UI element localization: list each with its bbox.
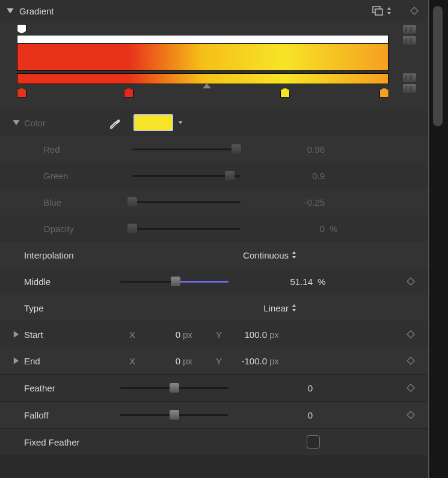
label-y: Y <box>213 329 225 340</box>
label-opacity: Opacity <box>24 224 132 234</box>
disclosure-end[interactable] <box>12 357 20 365</box>
value-interpolation[interactable]: Continuous <box>120 250 291 260</box>
row-interpolation: Interpolation Continuous <box>0 242 428 268</box>
label-middle: Middle <box>24 277 120 287</box>
scrollbar-thumb[interactable] <box>433 6 443 126</box>
disclosure-start[interactable] <box>12 330 20 339</box>
value-green[interactable]: 0.9 <box>253 171 328 181</box>
slider-blue[interactable] <box>132 196 241 208</box>
slider-feather[interactable] <box>120 382 229 394</box>
keyframe-start[interactable] <box>407 330 415 339</box>
disclosure-gradient[interactable] <box>6 7 14 15</box>
color-swatch[interactable] <box>133 114 173 131</box>
eyedropper-icon[interactable] <box>108 116 121 129</box>
keyframe-falloff[interactable] <box>407 411 415 419</box>
label-x: X <box>126 356 138 366</box>
value-red[interactable]: 0.96 <box>253 144 328 155</box>
end-x-unit: px <box>180 356 201 366</box>
label-feather: Feather <box>24 383 120 393</box>
row-start: Start X 0 px Y 100.0 px <box>0 321 428 348</box>
start-x-unit: px <box>180 329 201 340</box>
label-green: Green <box>24 171 132 181</box>
gradient-ramp[interactable] <box>17 73 388 84</box>
row-opacity: Opacity 0 % <box>0 215 428 242</box>
end-x-value[interactable]: 0 <box>138 356 180 366</box>
row-fixed-feather: Fixed Feather <box>0 428 428 455</box>
color-stop-selected[interactable] <box>280 88 290 97</box>
keyframe-end[interactable] <box>407 357 415 365</box>
row-red: Red 0.96 <box>0 136 428 162</box>
svg-marker-7 <box>178 121 182 124</box>
gradient-midpoint[interactable] <box>203 84 211 88</box>
row-middle: Middle 51.14 % <box>0 268 428 295</box>
row-blue: Blue -0.25 <box>0 189 428 215</box>
svg-marker-0 <box>7 8 13 13</box>
svg-marker-18 <box>407 411 414 418</box>
row-green: Green 0.9 <box>0 162 428 189</box>
disclosure-color[interactable] <box>12 118 20 127</box>
opacity-stop[interactable] <box>17 24 26 34</box>
value-opacity[interactable]: 0 <box>253 224 328 234</box>
color-swatch-menu[interactable] <box>177 119 184 126</box>
reverse-color-button[interactable] <box>403 73 416 82</box>
row-color: Color <box>0 109 428 136</box>
slider-green[interactable] <box>132 170 241 182</box>
start-y-unit: px <box>267 329 287 340</box>
section-header-gradient: Gradient <box>0 0 428 22</box>
label-x: X <box>126 329 138 340</box>
color-stop[interactable] <box>379 88 389 97</box>
slider-opacity[interactable] <box>132 222 241 234</box>
value-falloff[interactable]: 0 <box>241 410 316 420</box>
keyframe-gradient[interactable] <box>410 7 419 15</box>
value-blue[interactable]: -0.25 <box>253 197 328 207</box>
svg-marker-4 <box>387 12 391 14</box>
value-type[interactable]: Linear <box>120 303 291 313</box>
start-x-value[interactable]: 0 <box>138 329 180 340</box>
svg-marker-16 <box>407 357 414 364</box>
svg-marker-13 <box>14 331 19 337</box>
slider-red[interactable] <box>132 143 241 155</box>
label-y: Y <box>213 356 225 366</box>
color-stop[interactable] <box>17 88 26 97</box>
svg-marker-17 <box>407 384 414 391</box>
gradient-preset-icon[interactable] <box>372 5 384 16</box>
checkbox-fixed-feather[interactable] <box>307 435 320 449</box>
end-y-value[interactable]: -100.0 <box>225 356 267 366</box>
keyframe-middle[interactable] <box>407 277 415 286</box>
row-falloff: Falloff 0 <box>0 401 428 428</box>
svg-marker-8 <box>292 251 296 254</box>
svg-marker-3 <box>387 7 391 10</box>
value-feather[interactable]: 0 <box>241 383 316 393</box>
svg-marker-14 <box>407 331 414 338</box>
svg-marker-6 <box>13 120 19 125</box>
distribute-color-button[interactable] <box>403 84 416 93</box>
svg-rect-2 <box>375 9 382 15</box>
keyframe-feather[interactable] <box>407 384 415 392</box>
label-end: End <box>24 356 108 366</box>
row-type: Type Linear <box>0 295 428 321</box>
row-end: End X 0 px Y -100.0 px <box>0 348 428 374</box>
gradient-preset-stepper[interactable] <box>386 6 392 16</box>
row-feather: Feather 0 <box>0 374 428 401</box>
slider-falloff[interactable] <box>120 409 229 421</box>
interpolation-stepper[interactable] <box>291 250 297 260</box>
inspector-panel: Gradient <box>0 0 429 478</box>
label-type: Type <box>24 303 120 313</box>
label-fixed-feather: Fixed Feather <box>24 437 120 447</box>
slider-middle[interactable] <box>120 275 229 287</box>
label-start: Start <box>24 329 108 340</box>
type-stepper[interactable] <box>291 303 297 313</box>
color-stop[interactable] <box>124 88 133 97</box>
end-y-unit: px <box>267 356 287 366</box>
gradient-preview[interactable] <box>17 43 388 71</box>
reverse-opacity-button[interactable] <box>403 25 416 34</box>
svg-marker-11 <box>292 304 296 307</box>
label-blue: Blue <box>24 197 132 207</box>
value-middle[interactable]: 51.14 <box>241 277 316 287</box>
svg-marker-15 <box>14 357 19 364</box>
start-y-value[interactable]: 100.0 <box>225 329 267 340</box>
label-color: Color <box>24 118 108 128</box>
unit-middle: % <box>316 277 336 287</box>
svg-marker-5 <box>411 7 418 14</box>
unit-opacity: % <box>328 224 348 234</box>
